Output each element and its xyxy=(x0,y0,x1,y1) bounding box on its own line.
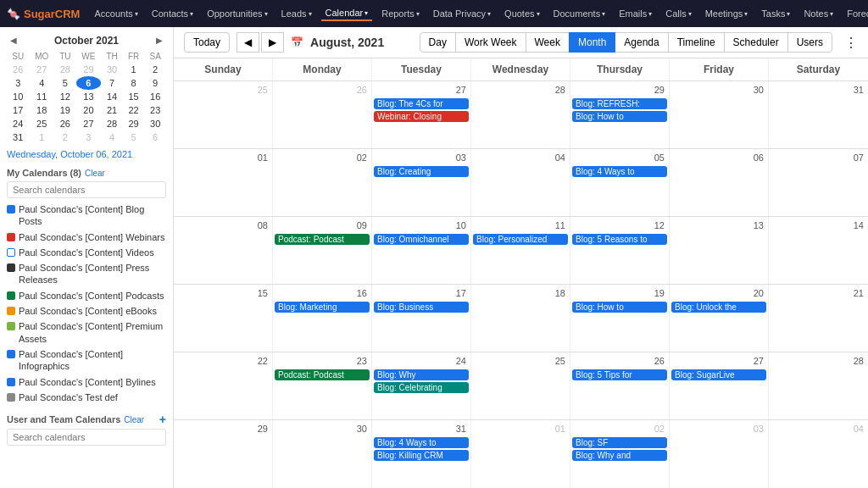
day-cell[interactable]: 17Blog: Business xyxy=(372,285,471,352)
calendar-event[interactable]: Blog: Marketing xyxy=(275,302,370,313)
calendar-event[interactable]: Blog: 4 Ways to xyxy=(572,166,667,177)
calendar-item[interactable]: Paul Scondac's [Content] Press Releases xyxy=(7,260,166,288)
mini-cal-cell[interactable]: 29 xyxy=(123,117,145,130)
day-cell[interactable]: 30 xyxy=(273,420,372,488)
view-btn-scheduler[interactable]: Scheduler xyxy=(724,32,788,53)
mini-cal-cell[interactable]: 6 xyxy=(144,130,166,144)
calendar-more-icon[interactable]: ⋮ xyxy=(844,35,858,51)
nav-accounts[interactable]: Accounts▾ xyxy=(90,7,142,20)
day-cell[interactable]: 03 xyxy=(670,420,769,488)
mini-cal-cell[interactable]: 20 xyxy=(76,103,102,117)
calendar-item[interactable]: Paul Scondac's [Content] Infographics xyxy=(7,347,166,374)
mini-cal-cell[interactable]: 25 xyxy=(29,117,54,130)
calendar-item[interactable]: Paul Scondac's [Content] eBooks xyxy=(7,303,166,319)
mini-cal-cell[interactable]: 28 xyxy=(54,63,76,76)
day-cell[interactable]: 13 xyxy=(670,217,769,284)
mini-cal-cell[interactable]: 9 xyxy=(144,76,166,90)
day-cell[interactable]: 27Blog: The 4Cs forWebinar: Closing xyxy=(372,81,471,148)
mini-cal-next[interactable]: ▶ xyxy=(153,34,166,47)
calendar-item[interactable]: Paul Scondac's [Content] Bylines xyxy=(7,374,166,390)
mini-cal-cell[interactable]: 29 xyxy=(76,63,102,76)
day-cell[interactable]: 23Podcast: Podcast xyxy=(273,352,372,419)
calendar-item[interactable]: Paul Scondac's [Content] Podcasts xyxy=(7,288,166,303)
view-btn-timeline[interactable]: Timeline xyxy=(668,32,725,53)
nav-notes[interactable]: Notes▾ xyxy=(799,7,837,20)
calendar-event[interactable]: Blog: Business xyxy=(374,302,469,313)
mini-cal-cell[interactable]: 26 xyxy=(7,63,29,76)
day-cell[interactable]: 02Blog: SFBlog: Why and xyxy=(570,420,670,488)
next-button[interactable]: ▶ xyxy=(261,32,284,53)
mini-cal-cell[interactable]: 15 xyxy=(123,90,145,103)
mini-cal-cell[interactable]: 30 xyxy=(144,117,166,130)
calendar-item[interactable]: Paul Scondac's [Content] Premium Assets xyxy=(7,319,166,347)
nav-reports[interactable]: Reports▾ xyxy=(377,7,424,20)
calendar-event[interactable]: Blog: The 4Cs for xyxy=(374,98,469,109)
nav-quotes[interactable]: Quotes▾ xyxy=(500,7,543,20)
mini-cal-cell[interactable]: 30 xyxy=(101,63,123,76)
prev-button[interactable]: ◀ xyxy=(236,32,259,53)
team-calendars-clear[interactable]: Clear xyxy=(124,415,144,424)
mini-cal-cell[interactable]: 16 xyxy=(144,90,166,103)
nav-opportunities[interactable]: Opportunities▾ xyxy=(203,7,271,20)
day-cell[interactable]: 31 xyxy=(769,81,868,148)
day-cell[interactable]: 24Blog: WhyBlog: Celebrating xyxy=(372,352,471,419)
calendar-event[interactable]: Podcast: Podcast xyxy=(275,234,370,245)
nav-calendar[interactable]: Calendar▾ xyxy=(321,6,373,21)
view-btn-users[interactable]: Users xyxy=(787,32,832,53)
day-cell[interactable]: 28 xyxy=(769,352,868,419)
calendar-event[interactable]: Blog: 4 Ways to xyxy=(374,437,469,448)
today-button[interactable]: Today xyxy=(184,32,230,53)
day-cell[interactable]: 30 xyxy=(670,81,769,148)
mini-cal-cell[interactable]: 24 xyxy=(7,117,29,130)
day-cell[interactable]: 26 xyxy=(273,81,372,148)
mini-cal-cell[interactable]: 26 xyxy=(54,117,76,130)
nav-data-privacy[interactable]: Data Privacy▾ xyxy=(429,7,495,20)
day-cell[interactable]: 03Blog: Creating xyxy=(372,149,471,216)
day-cell[interactable]: 10Blog: Omnichannel xyxy=(372,217,471,284)
nav-leads[interactable]: Leads▾ xyxy=(277,7,316,20)
day-cell[interactable]: 29 xyxy=(174,420,273,488)
day-cell[interactable]: 01 xyxy=(471,420,570,488)
day-cell[interactable]: 25 xyxy=(174,81,273,148)
day-cell[interactable]: 02 xyxy=(273,149,372,216)
mini-cal-cell[interactable]: 1 xyxy=(29,130,54,144)
view-btn-week[interactable]: Week xyxy=(526,32,570,53)
day-cell[interactable]: 26Blog: 5 Tips for xyxy=(570,352,670,419)
mini-cal-cell[interactable]: 21 xyxy=(101,103,123,117)
calendar-event[interactable]: Blog: Omnichannel xyxy=(374,234,469,245)
mini-cal-cell[interactable]: 5 xyxy=(123,130,145,144)
day-cell[interactable]: 12Blog: 5 Reasons to xyxy=(570,217,670,284)
mini-cal-cell[interactable]: 17 xyxy=(7,103,29,117)
day-cell[interactable]: 18 xyxy=(471,285,570,352)
day-cell[interactable]: 21 xyxy=(769,285,868,352)
mini-cal-cell[interactable]: 10 xyxy=(7,90,29,103)
mini-cal-cell[interactable]: 2 xyxy=(144,63,166,76)
mini-cal-cell[interactable]: 3 xyxy=(7,76,29,90)
calendar-event[interactable]: Blog: Why xyxy=(374,369,469,380)
day-cell[interactable]: 22 xyxy=(174,352,273,419)
mini-cal-cell[interactable]: 23 xyxy=(144,103,166,117)
mini-cal-cell[interactable]: 4 xyxy=(101,130,123,144)
calendar-event[interactable]: Blog: Killing CRM xyxy=(374,450,469,461)
nav-forecasts[interactable]: Forecasts xyxy=(843,7,868,20)
day-cell[interactable]: 11Blog: Personalized xyxy=(471,217,570,284)
mini-cal-cell[interactable]: 4 xyxy=(29,76,54,90)
calendar-event[interactable]: Blog: How to xyxy=(572,111,667,122)
calendar-event[interactable]: Blog: SugarLive xyxy=(671,369,766,380)
nav-meetings[interactable]: Meetings▾ xyxy=(701,7,753,20)
mini-cal-cell[interactable]: 8 xyxy=(123,76,145,90)
nav-emails[interactable]: Emails▾ xyxy=(615,7,656,20)
calendar-event[interactable]: Webinar: Closing xyxy=(374,111,469,122)
view-btn-agenda[interactable]: Agenda xyxy=(615,32,668,53)
calendar-event[interactable]: Blog: SF xyxy=(572,437,667,448)
my-calendars-clear[interactable]: Clear xyxy=(85,169,105,178)
mini-cal-cell[interactable]: 27 xyxy=(76,117,102,130)
day-cell[interactable]: 01 xyxy=(174,149,273,216)
calendar-event[interactable]: Blog: Unlock the xyxy=(671,302,766,313)
calendar-event[interactable]: Blog: REFRESH: xyxy=(572,98,667,109)
mini-cal-cell[interactable]: 18 xyxy=(29,103,54,117)
calendar-event[interactable]: Blog: 5 Reasons to xyxy=(572,234,667,245)
calendar-item[interactable]: Paul Scondac's [Content] Videos xyxy=(7,245,166,260)
view-btn-month[interactable]: Month xyxy=(569,32,615,53)
day-cell[interactable]: 14 xyxy=(769,217,868,284)
